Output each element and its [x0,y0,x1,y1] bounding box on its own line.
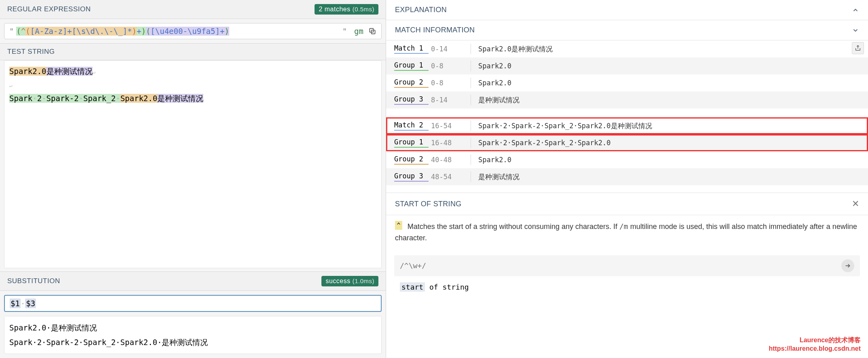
match-label: Group 3 [394,95,429,105]
match-value: Spark2.0 [478,79,860,87]
match-row[interactable]: Group 348-54是种测试情况 [386,168,868,185]
test-string-input[interactable]: Spark2.0是种测试情况↵ ↵ Spark·2·Spark-2·Spark_… [4,60,382,268]
right-panel: EXPLANATION MATCH INFORMATION Match 10-1… [386,0,868,358]
explanation-header[interactable]: EXPLANATION [386,0,868,20]
match-value: Spark·2·Spark-2·Spark_2·Spark2.0 [478,139,860,147]
match-row[interactable]: Match 216-54Spark·2·Spark-2·Spark_2·Spar… [386,117,868,134]
separator [471,78,471,88]
test-line-1: Spark2.0是种测试情况↵ [9,65,376,78]
regex-header-title: REGULAR EXPRESSION [7,5,91,13]
separator [471,138,471,148]
matches-badge: 2 matches (0.5ms) [315,4,378,15]
newline-icon: ↵ [93,69,96,75]
subst-out-line-1: Spark2.0·是种测试情况 [9,320,376,335]
share-icon[interactable] [852,42,864,54]
test-string-header: TEST STRING [0,43,386,60]
test-string-title: TEST STRING [7,48,55,56]
chevron-up-icon[interactable] [852,6,859,14]
match-label: Group 2 [394,155,429,165]
match-row[interactable]: Group 116-48Spark·2·Spark-2·Spark_2·Spar… [386,134,868,151]
start-of-string-header: START OF STRING ✕ [386,193,868,215]
separator [471,61,471,71]
match-label: Match 1 [394,44,429,54]
match-label: Group 2 [394,78,429,88]
left-panel: REGULAR EXPRESSION 2 matches (0.5ms) " (… [0,0,386,358]
regex-header: REGULAR EXPRESSION 2 matches (0.5ms) [0,0,386,19]
substitution-title: SUBSTITUTION [7,277,60,285]
watermark: Laurence的技术博客 https://laurence.blog.csdn… [769,336,861,353]
separator [471,121,471,131]
newline-icon: ↵ [9,83,13,89]
match-row[interactable]: Group 10-8Spark2.0 [386,57,868,74]
match-label: Group 1 [394,138,429,148]
substitution-header: SUBSTITUTION success (1.0ms) [0,271,386,291]
match-range: 0-14 [431,45,463,53]
copy-icon[interactable] [368,27,376,35]
match-info-title: MATCH INFORMATION [395,26,475,34]
regex-input[interactable]: " (^([A-Za-z]+[\s\d\.\-\_]*)+)([\u4e00-\… [4,23,382,39]
match-range: 48-54 [431,173,463,181]
match-value: 是种测试情况 [478,95,860,105]
match-range: 0-8 [431,79,463,87]
blank-line: ↵ [9,78,376,91]
test-line-2: Spark·2·Spark-2·Spark_2·Spark2.0是种测试情况 [9,92,376,105]
match-value: 是种测试情况 [478,172,860,182]
separator [471,172,471,182]
match-value: Spark·2·Spark-2·Spark_2·Spark2.0是种测试情况 [478,121,860,131]
match-row[interactable]: Group 20-8Spark2.0 [386,74,868,91]
start-of-string-title: START OF STRING [395,200,462,208]
success-badge: success (1.0ms) [321,276,378,286]
match-range: 16-54 [431,122,463,130]
match-label: Group 1 [394,61,429,71]
match-row[interactable]: Group 38-14是种测试情况 [386,91,868,108]
start-of-string-explain: ^ Matches the start of a string without … [386,215,868,250]
regex-flags[interactable]: gm [354,27,363,36]
example-result: start of string [386,280,868,298]
match-range: 16-48 [431,139,463,147]
regex-pattern[interactable]: (^([A-Za-z]+[\s\d\.\-\_]*)+)([\u4e00-\u9… [16,27,342,36]
regex-delimiter-open: " [9,27,14,36]
match-row[interactable]: Group 240-48Spark2.0 [386,151,868,168]
match-range: 40-48 [431,156,463,164]
match-value: Spark2.0是种测试情况 [478,44,860,54]
caret-token: ^ [395,221,402,230]
substitution-input[interactable]: $1·$3 [4,295,382,312]
example-code: /^\w+/ [400,261,841,270]
run-example-button[interactable] [841,259,854,272]
match-range: 0-8 [431,62,463,70]
match-label: Match 2 [394,121,429,131]
match-label: Group 3 [394,172,429,182]
match-value: Spark2.0 [478,156,860,164]
separator [471,155,471,165]
match-info-header[interactable]: MATCH INFORMATION [386,20,868,40]
chevron-down-icon[interactable] [852,27,859,34]
subst-out-line-2: Spark·2·Spark-2·Spark_2·Spark2.0·是种测试情况 [9,335,376,350]
example-code-row: /^\w+/ [394,255,860,276]
match-row[interactable]: Match 10-14Spark2.0是种测试情况 [386,40,868,57]
separator [471,95,471,105]
match-table: Match 10-14Spark2.0是种测试情况Group 10-8Spark… [386,40,868,185]
match-range: 8-14 [431,96,463,104]
explanation-title: EXPLANATION [395,6,447,14]
substitution-output: Spark2.0·是种测试情况 Spark·2·Spark-2·Spark_2·… [4,316,382,354]
match-value: Spark2.0 [478,62,860,70]
close-icon[interactable]: ✕ [852,199,859,209]
separator [471,44,471,54]
explain-text: Matches the start of a string without co… [395,222,857,242]
regex-delimiter-close: " [342,27,347,36]
